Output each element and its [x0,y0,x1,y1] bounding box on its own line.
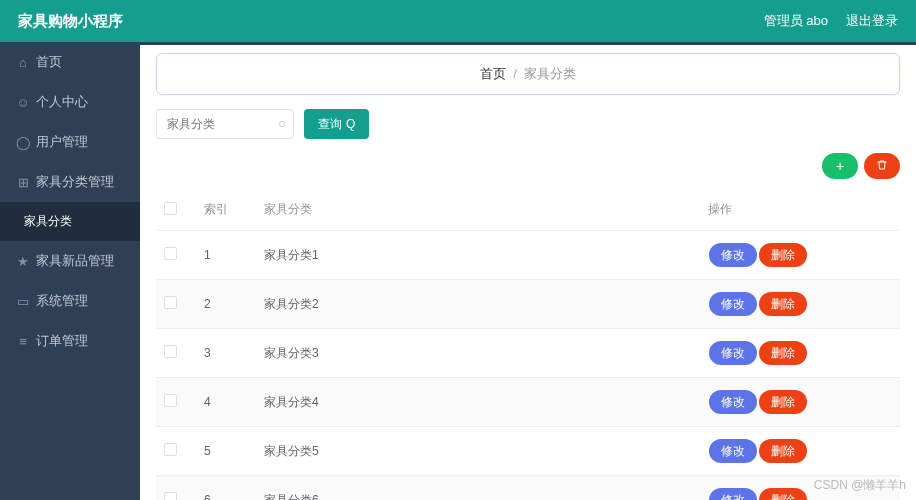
cell-index: 1 [196,231,256,280]
sidebar-icon: ▭ [16,294,30,309]
breadcrumb: 首页 / 家具分类 [156,53,900,95]
app-title: 家具购物小程序 [18,12,123,31]
sidebar-icon: ⌂ [16,55,30,70]
sidebar-item-4[interactable]: 家具分类 [0,202,140,241]
search-icon: ○ [278,116,286,131]
table-row: 3家具分类3修改删除 [156,329,900,378]
search-wrap: ○ [156,109,294,139]
sidebar: ⌂首页☺个人中心◯用户管理⊞家具分类管理家具分类★家具新品管理▭系统管理≡订单管… [0,42,140,500]
header-right: 管理员 abo 退出登录 [764,12,898,30]
cell-category: 家具分类4 [256,378,700,427]
sidebar-icon: ≡ [16,334,30,349]
sidebar-item-label: 订单管理 [36,332,88,350]
header-index: 索引 [196,189,256,231]
data-table: 索引 家具分类 操作 1家具分类1修改删除2家具分类2修改删除3家具分类3修改删… [156,189,900,500]
edit-button[interactable]: 修改 [709,292,757,316]
delete-button[interactable]: 删除 [759,488,807,500]
cell-category: 家具分类2 [256,280,700,329]
edit-button[interactable]: 修改 [709,488,757,500]
search-input[interactable] [156,109,294,139]
bulk-delete-button[interactable] [864,153,900,179]
edit-button[interactable]: 修改 [709,390,757,414]
delete-button[interactable]: 删除 [759,243,807,267]
header-category: 家具分类 [256,189,700,231]
table-header-row: 索引 家具分类 操作 [156,189,900,231]
row-checkbox[interactable] [164,247,177,260]
sidebar-item-3[interactable]: ⊞家具分类管理 [0,162,140,202]
table-row: 2家具分类2修改删除 [156,280,900,329]
row-checkbox[interactable] [164,443,177,456]
breadcrumb-current: 家具分类 [524,66,576,81]
sidebar-item-7[interactable]: ≡订单管理 [0,321,140,361]
cell-index: 5 [196,427,256,476]
cell-index: 2 [196,280,256,329]
cell-index: 4 [196,378,256,427]
cell-category: 家具分类1 [256,231,700,280]
admin-label[interactable]: 管理员 abo [764,12,828,30]
logout-link[interactable]: 退出登录 [846,12,898,30]
table-row: 1家具分类1修改删除 [156,231,900,280]
query-button[interactable]: 查询 Q [304,109,369,139]
table-row: 4家具分类4修改删除 [156,378,900,427]
cell-index: 3 [196,329,256,378]
table-row: 5家具分类5修改删除 [156,427,900,476]
container: ⌂首页☺个人中心◯用户管理⊞家具分类管理家具分类★家具新品管理▭系统管理≡订单管… [0,42,916,500]
sidebar-item-0[interactable]: ⌂首页 [0,42,140,82]
app-header: 家具购物小程序 管理员 abo 退出登录 [0,0,916,42]
query-label: 查询 [318,116,342,133]
sidebar-icon: ◯ [16,135,30,150]
edit-button[interactable]: 修改 [709,243,757,267]
main-content: 首页 / 家具分类 ○ 查询 Q + [140,42,916,500]
cell-index: 6 [196,476,256,501]
breadcrumb-sep: / [513,66,517,81]
action-row: + [156,153,900,179]
watermark: CSDN @懒羊羊h [814,477,906,494]
sidebar-item-label: 首页 [36,53,62,71]
row-checkbox[interactable] [164,394,177,407]
sidebar-item-label: 家具新品管理 [36,252,114,270]
sidebar-item-label: 用户管理 [36,133,88,151]
sidebar-icon: ⊞ [16,175,30,190]
breadcrumb-home[interactable]: 首页 [480,66,506,81]
sidebar-item-1[interactable]: ☺个人中心 [0,82,140,122]
header-ops: 操作 [700,189,900,231]
trash-icon [876,158,888,174]
sidebar-item-label: 家具分类管理 [36,173,114,191]
sidebar-item-2[interactable]: ◯用户管理 [0,122,140,162]
sidebar-item-6[interactable]: ▭系统管理 [0,281,140,321]
sidebar-icon: ☺ [16,95,30,110]
plus-icon: + [836,158,844,174]
delete-button[interactable]: 删除 [759,341,807,365]
select-all-checkbox[interactable] [164,202,177,215]
magnify-icon: Q [346,117,355,131]
header-check [156,189,196,231]
edit-button[interactable]: 修改 [709,341,757,365]
cell-category: 家具分类3 [256,329,700,378]
delete-button[interactable]: 删除 [759,439,807,463]
row-checkbox[interactable] [164,296,177,309]
sidebar-item-5[interactable]: ★家具新品管理 [0,241,140,281]
edit-button[interactable]: 修改 [709,439,757,463]
delete-button[interactable]: 删除 [759,390,807,414]
sidebar-item-label: 家具分类 [24,213,72,230]
sidebar-item-label: 系统管理 [36,292,88,310]
add-button[interactable]: + [822,153,858,179]
table-row: 6家具分类6修改删除 [156,476,900,501]
cell-category: 家具分类5 [256,427,700,476]
sidebar-icon: ★ [16,254,30,269]
delete-button[interactable]: 删除 [759,292,807,316]
cell-category: 家具分类6 [256,476,700,501]
row-checkbox[interactable] [164,345,177,358]
sidebar-item-label: 个人中心 [36,93,88,111]
search-row: ○ 查询 Q [156,109,900,139]
row-checkbox[interactable] [164,492,177,500]
